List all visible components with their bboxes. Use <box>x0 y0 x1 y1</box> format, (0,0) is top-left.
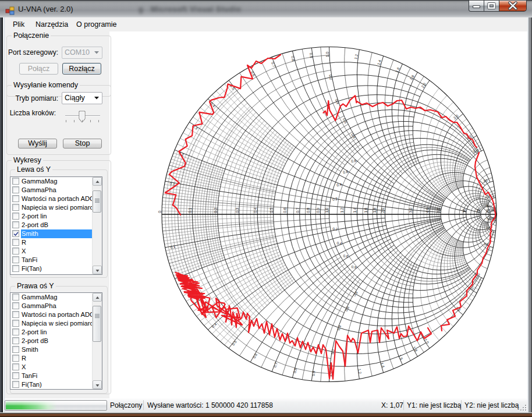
svg-text:1.4: 1.4 <box>380 362 386 368</box>
svg-text:2.0: 2.0 <box>381 207 385 213</box>
svg-text:0.9: 0.9 <box>309 52 314 58</box>
svg-text:1.4: 1.4 <box>353 207 357 213</box>
svg-text:1.6: 1.6 <box>395 66 400 73</box>
svg-text:1.2: 1.2 <box>340 207 344 213</box>
svg-text:1.8: 1.8 <box>412 346 418 353</box>
svg-text:0.6: 0.6 <box>343 253 349 259</box>
svg-text:20: 20 <box>486 226 491 231</box>
svg-text:0.5: 0.5 <box>269 207 274 213</box>
svg-text:0.7: 0.7 <box>296 207 300 213</box>
svg-text:0.2: 0.2 <box>332 196 338 202</box>
svg-text:0.2: 0.2 <box>328 75 334 80</box>
svg-text:1.0: 1.0 <box>325 52 329 57</box>
svg-text:0.6: 0.6 <box>343 169 349 175</box>
svg-text:0.8: 0.8 <box>352 290 359 297</box>
svg-text:0.6: 0.6 <box>344 305 350 312</box>
svg-text:50: 50 <box>487 204 491 208</box>
svg-text:3.0: 3.0 <box>452 114 459 120</box>
svg-text:1.4: 1.4 <box>377 59 382 65</box>
svg-text:0.9: 0.9 <box>316 207 320 213</box>
svg-text:50: 50 <box>486 208 490 213</box>
svg-text:0: 0 <box>158 211 162 213</box>
svg-text:1.6: 1.6 <box>364 207 368 213</box>
svg-text:0.8: 0.8 <box>306 207 310 213</box>
svg-text:0.4: 0.4 <box>336 324 342 331</box>
svg-text:10: 10 <box>462 208 466 213</box>
svg-text:50: 50 <box>487 217 491 221</box>
svg-text:3.0: 3.0 <box>409 207 413 213</box>
svg-text:0.8: 0.8 <box>351 264 357 270</box>
svg-text:0.3: 0.3 <box>235 207 239 213</box>
svg-text:0.6: 0.6 <box>252 352 258 359</box>
svg-text:0.1: 0.1 <box>188 207 192 213</box>
svg-text:0.5: 0.5 <box>231 340 237 347</box>
svg-text:0.4: 0.4 <box>336 241 342 246</box>
svg-text:0.9: 0.9 <box>311 370 315 376</box>
svg-text:0.2: 0.2 <box>214 207 218 213</box>
svg-text:5.0: 5.0 <box>437 207 441 213</box>
svg-text:20: 20 <box>476 208 480 213</box>
svg-text:1.8: 1.8 <box>373 207 377 213</box>
svg-text:0.4: 0.4 <box>336 182 342 188</box>
svg-text:1.0: 1.0 <box>325 207 329 213</box>
svg-text:0.7: 0.7 <box>272 362 278 368</box>
svg-text:0.6: 0.6 <box>283 207 287 213</box>
svg-text:10: 10 <box>483 178 488 183</box>
svg-text:0.8: 0.8 <box>293 367 298 374</box>
svg-text:1.8: 1.8 <box>409 74 415 81</box>
svg-text:4.0: 4.0 <box>425 207 430 213</box>
svg-text:0.4: 0.4 <box>253 207 257 213</box>
svg-text:0.2: 0.2 <box>332 227 338 232</box>
